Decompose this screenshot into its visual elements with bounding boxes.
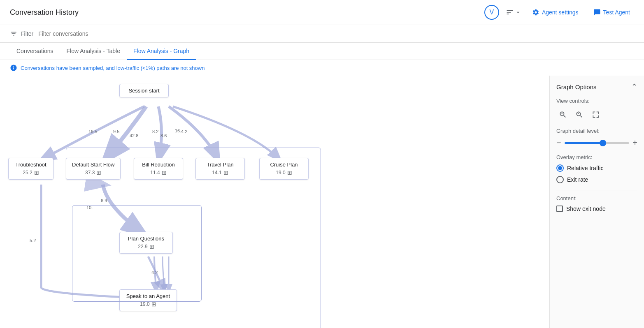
node-bill-reduction: Bill Reduction 11.4 ⊞ [134,158,183,180]
edge-label-ss-default1: 9.5 [113,129,119,134]
slider-minus[interactable]: − [556,138,561,148]
panel-title: Graph Options [556,83,597,90]
edge-label-ss-bill1: 8.2 [152,129,158,134]
zoom-out-button[interactable] [556,108,570,121]
view-controls [556,108,637,121]
bill-reduction-value: 11.4 ⊞ [140,169,177,176]
node-travel-plan: Travel Plan 14.1 ⊞ [195,158,245,180]
plan-questions-title: Plan Questions [126,236,167,242]
troubleshoot-table-icon[interactable]: ⊞ [34,169,39,176]
travel-plan-table-icon[interactable]: ⊞ [223,169,228,176]
info-icon [10,64,17,72]
bill-reduction-table-icon[interactable]: ⊞ [162,169,167,176]
filter-icon [10,30,17,37]
session-start-title: Session start [126,88,163,94]
header: Conversation History V Agent settings Te… [0,0,644,25]
fit-view-button[interactable] [589,108,602,121]
plan-questions-table-icon[interactable]: ⊞ [149,243,154,250]
detail-level-slider[interactable] [565,142,630,144]
radio-relative-traffic-label: Relative traffic [567,165,603,171]
overlay-metric-label: Overlay metric: [556,154,637,160]
speak-to-agent-title: Speak to an Agent [126,293,171,299]
edge-label-ss-bill2: 8.6 [160,133,167,138]
tabs: Conversations Flow Analysis - Table Flow… [0,43,644,60]
radio-relative-traffic[interactable]: Relative traffic [556,164,637,172]
edge-label-ss-travel2: 4.2 [181,129,187,134]
travel-plan-title: Travel Plan [202,162,239,168]
default-start-value: 37.3 ⊞ [72,169,114,176]
slider-row: − + [556,138,637,148]
divider [556,190,637,190]
agent-settings-label: Agent settings [542,9,579,16]
node-cruise-plan: Cruise Plan 19.0 ⊞ [259,158,309,180]
filter-text: Filter [21,30,33,37]
edge-label-ss-default2: 42.8 [130,133,138,138]
edge-label-planq-agent: 4.2 [151,270,158,275]
bill-reduction-title: Bill Reduction [140,162,177,168]
test-agent-label: Test Agent [603,9,630,16]
info-message: Conversations have been sampled, and low… [21,65,205,71]
speak-to-agent-value: 19.0 ⊞ [126,301,171,307]
header-actions: V Agent settings Test Agent [484,5,634,20]
page-title: Conversation History [10,8,79,17]
edge-label-default-planq1: 10. [86,205,93,210]
sort-icon[interactable] [506,8,521,16]
info-bar: Conversations have been sampled, and low… [0,60,644,76]
show-exit-node-checkbox[interactable] [556,206,563,212]
travel-plan-value: 14.1 ⊞ [202,169,239,176]
view-controls-label: View controls: [556,98,637,104]
content-label: Content: [556,195,637,201]
node-speak-to-agent: Speak to an Agent 19.0 ⊞ [119,289,177,311]
filter-input[interactable] [38,30,634,37]
graph-area[interactable]: 19.5 9.5 42.8 8.2 8.6 16. 4.2 10. 6.9 4.… [0,76,549,328]
node-plan-questions: Plan Questions 22.9 ⊞ [119,232,173,254]
troubleshoot-value: 25.2 ⊞ [14,169,47,176]
default-start-table-icon[interactable]: ⊞ [96,169,101,176]
cruise-plan-table-icon[interactable]: ⊞ [287,169,292,176]
edge-label-default-planq2: 6.9 [101,198,107,203]
node-default-start: Default Start Flow 37.3 ⊞ [66,158,121,180]
radio-exit-rate[interactable]: Exit rate [556,176,637,183]
plan-questions-value: 22.9 ⊞ [126,243,167,250]
graph-options-panel: Graph Options ⌃ View controls: Graph det… [549,76,644,328]
speak-to-agent-table-icon[interactable]: ⊞ [151,301,156,307]
filter-bar: Filter [0,25,644,43]
main-content: 19.5 9.5 42.8 8.2 8.6 16. 4.2 10. 6.9 4.… [0,76,644,328]
slider-plus[interactable]: + [632,138,637,148]
show-exit-node-label: Show exit node [566,206,606,212]
graph-detail-label: Graph detail level: [556,128,637,134]
troubleshoot-title: Troubleshoot [14,162,47,168]
radio-exit-rate-circle [556,176,564,183]
cruise-plan-value: 19.0 ⊞ [265,169,302,176]
edge-label-ss-troubleshoot: 19.5 [88,129,97,134]
tab-conversations[interactable]: Conversations [10,43,60,60]
tab-flow-analysis-table[interactable]: Flow Analysis - Table [60,43,127,60]
zoom-in-button[interactable] [573,108,586,121]
test-agent-button[interactable]: Test Agent [589,6,634,18]
edge-label-troubleshoot-agent: 5.2 [30,238,36,243]
tab-flow-analysis-graph[interactable]: Flow Analysis - Graph [127,43,196,60]
node-session-start: Session start [119,84,169,97]
radio-relative-traffic-circle [556,164,564,172]
collapse-icon[interactable]: ⌃ [631,82,637,91]
agent-settings-button[interactable]: Agent settings [528,6,583,18]
flow-graph: 19.5 9.5 42.8 8.2 8.6 16. 4.2 10. 6.9 4.… [8,84,337,328]
panel-header: Graph Options ⌃ [556,82,637,91]
default-start-title: Default Start Flow [72,162,114,168]
show-exit-node-row: Show exit node [556,206,637,212]
node-troubleshoot: Troubleshoot 25.2 ⊞ [8,158,53,180]
overlay-metric-group: Relative traffic Exit rate [556,164,637,183]
filter-label: Filter [10,30,33,37]
cruise-plan-title: Cruise Plan [265,162,302,168]
avatar: V [484,5,499,20]
radio-exit-rate-label: Exit rate [567,176,588,183]
edge-label-ss-travel1: 16. [175,128,181,133]
